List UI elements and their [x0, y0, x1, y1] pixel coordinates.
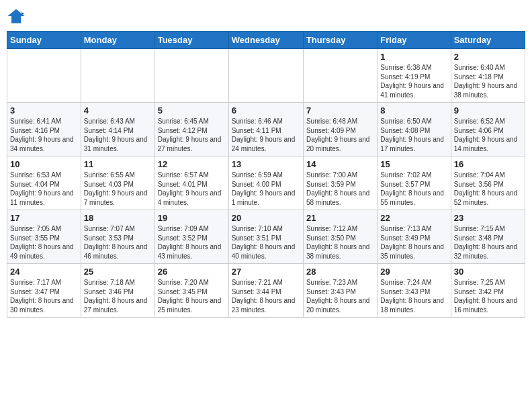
calendar-cell [81, 49, 154, 103]
day-info: Sunrise: 7:07 AM Sunset: 3:53 PM Dayligh… [84, 224, 152, 261]
calendar-cell: 3Sunrise: 6:41 AM Sunset: 4:16 PM Daylig… [7, 103, 81, 156]
day-info: Sunrise: 6:38 AM Sunset: 4:19 PM Dayligh… [380, 63, 447, 99]
calendar-cell: 25Sunrise: 7:18 AM Sunset: 3:46 PM Dayli… [81, 264, 154, 318]
day-number: 16 [454, 159, 522, 169]
day-number: 4 [84, 105, 152, 116]
day-number: 27 [232, 267, 300, 277]
calendar-cell: 11Sunrise: 6:55 AM Sunset: 4:03 PM Dayli… [81, 156, 154, 210]
day-number: 10 [10, 159, 78, 169]
day-info: Sunrise: 6:50 AM Sunset: 4:08 PM Dayligh… [380, 117, 447, 153]
day-info: Sunrise: 7:13 AM Sunset: 3:49 PM Dayligh… [380, 224, 447, 261]
calendar-cell [228, 49, 303, 103]
day-number: 7 [306, 105, 374, 116]
calendar-cell: 10Sunrise: 6:53 AM Sunset: 4:04 PM Dayli… [7, 156, 81, 210]
day-number: 12 [158, 159, 226, 169]
day-info: Sunrise: 7:23 AM Sunset: 3:43 PM Dayligh… [306, 278, 374, 314]
day-number: 24 [10, 267, 78, 277]
calendar-cell: 2Sunrise: 6:40 AM Sunset: 4:18 PM Daylig… [451, 49, 525, 103]
day-info: Sunrise: 6:52 AM Sunset: 4:06 PM Dayligh… [454, 117, 522, 153]
day-info: Sunrise: 6:40 AM Sunset: 4:18 PM Dayligh… [454, 63, 522, 99]
day-number: 30 [454, 267, 522, 277]
calendar-week-3: 10Sunrise: 6:53 AM Sunset: 4:04 PM Dayli… [7, 156, 525, 210]
calendar-cell: 26Sunrise: 7:20 AM Sunset: 3:45 PM Dayli… [154, 264, 228, 318]
calendar-cell: 30Sunrise: 7:25 AM Sunset: 3:42 PM Dayli… [451, 264, 525, 318]
calendar-cell: 13Sunrise: 6:59 AM Sunset: 4:00 PM Dayli… [228, 156, 303, 210]
day-info: Sunrise: 7:24 AM Sunset: 3:43 PM Dayligh… [380, 278, 447, 314]
calendar-cell: 18Sunrise: 7:07 AM Sunset: 3:53 PM Dayli… [81, 210, 154, 264]
day-number: 17 [10, 213, 78, 223]
calendar-cell: 21Sunrise: 7:12 AM Sunset: 3:50 PM Dayli… [303, 210, 377, 264]
day-number: 21 [306, 213, 374, 223]
calendar-cell: 22Sunrise: 7:13 AM Sunset: 3:49 PM Dayli… [378, 210, 451, 264]
day-number: 1 [380, 52, 447, 62]
calendar-table: SundayMondayTuesdayWednesdayThursdayFrid… [7, 31, 525, 318]
day-info: Sunrise: 6:46 AM Sunset: 4:11 PM Dayligh… [232, 117, 300, 153]
calendar-cell: 6Sunrise: 6:46 AM Sunset: 4:11 PM Daylig… [228, 103, 303, 156]
day-number: 2 [454, 52, 522, 62]
logo [7, 7, 28, 26]
day-number: 25 [84, 267, 152, 277]
day-number: 23 [454, 213, 522, 223]
calendar-week-5: 24Sunrise: 7:17 AM Sunset: 3:47 PM Dayli… [7, 264, 525, 318]
calendar-week-4: 17Sunrise: 7:05 AM Sunset: 3:55 PM Dayli… [7, 210, 525, 264]
day-info: Sunrise: 7:00 AM Sunset: 3:59 PM Dayligh… [306, 171, 374, 207]
day-info: Sunrise: 6:53 AM Sunset: 4:04 PM Dayligh… [10, 171, 78, 207]
day-number: 26 [158, 267, 226, 277]
day-info: Sunrise: 7:17 AM Sunset: 3:47 PM Dayligh… [10, 278, 78, 314]
calendar-header-monday: Monday [81, 32, 154, 49]
calendar-cell: 23Sunrise: 7:15 AM Sunset: 3:48 PM Dayli… [451, 210, 525, 264]
calendar-header-thursday: Thursday [303, 32, 377, 49]
day-info: Sunrise: 6:59 AM Sunset: 4:00 PM Dayligh… [232, 171, 300, 207]
calendar-cell: 29Sunrise: 7:24 AM Sunset: 3:43 PM Dayli… [378, 264, 451, 318]
calendar-header-friday: Friday [378, 32, 451, 49]
day-number: 6 [232, 105, 300, 116]
calendar-cell: 27Sunrise: 7:21 AM Sunset: 3:44 PM Dayli… [228, 264, 303, 318]
svg-marker-0 [7, 9, 24, 24]
calendar-header-sunday: Sunday [7, 32, 81, 49]
calendar-cell: 1Sunrise: 6:38 AM Sunset: 4:19 PM Daylig… [378, 49, 451, 103]
day-info: Sunrise: 6:57 AM Sunset: 4:01 PM Dayligh… [158, 171, 226, 207]
calendar-cell [154, 49, 228, 103]
day-number: 3 [10, 105, 78, 116]
day-number: 9 [454, 105, 522, 116]
calendar-cell: 17Sunrise: 7:05 AM Sunset: 3:55 PM Dayli… [7, 210, 81, 264]
day-number: 19 [158, 213, 226, 223]
day-info: Sunrise: 7:09 AM Sunset: 3:52 PM Dayligh… [158, 224, 226, 261]
calendar-cell: 4Sunrise: 6:43 AM Sunset: 4:14 PM Daylig… [81, 103, 154, 156]
calendar-cell: 5Sunrise: 6:45 AM Sunset: 4:12 PM Daylig… [154, 103, 228, 156]
day-info: Sunrise: 7:18 AM Sunset: 3:46 PM Dayligh… [84, 278, 152, 314]
day-number: 20 [232, 213, 300, 223]
calendar-cell: 19Sunrise: 7:09 AM Sunset: 3:52 PM Dayli… [154, 210, 228, 264]
calendar-cell: 20Sunrise: 7:10 AM Sunset: 3:51 PM Dayli… [228, 210, 303, 264]
day-info: Sunrise: 6:41 AM Sunset: 4:16 PM Dayligh… [10, 117, 78, 153]
day-info: Sunrise: 6:43 AM Sunset: 4:14 PM Dayligh… [84, 117, 152, 153]
day-number: 14 [306, 159, 374, 169]
day-info: Sunrise: 7:21 AM Sunset: 3:44 PM Dayligh… [232, 278, 300, 314]
calendar-cell: 9Sunrise: 6:52 AM Sunset: 4:06 PM Daylig… [451, 103, 525, 156]
day-info: Sunrise: 7:05 AM Sunset: 3:55 PM Dayligh… [10, 224, 78, 261]
calendar-header-tuesday: Tuesday [154, 32, 228, 49]
day-number: 22 [380, 213, 447, 223]
calendar-cell: 24Sunrise: 7:17 AM Sunset: 3:47 PM Dayli… [7, 264, 81, 318]
day-info: Sunrise: 7:15 AM Sunset: 3:48 PM Dayligh… [454, 224, 522, 261]
day-info: Sunrise: 7:02 AM Sunset: 3:57 PM Dayligh… [380, 171, 447, 207]
calendar-cell: 15Sunrise: 7:02 AM Sunset: 3:57 PM Dayli… [378, 156, 451, 210]
calendar-week-1: 1Sunrise: 6:38 AM Sunset: 4:19 PM Daylig… [7, 49, 525, 103]
calendar-header-row: SundayMondayTuesdayWednesdayThursdayFrid… [7, 32, 525, 49]
calendar-header-wednesday: Wednesday [228, 32, 303, 49]
calendar-cell: 12Sunrise: 6:57 AM Sunset: 4:01 PM Dayli… [154, 156, 228, 210]
day-number: 11 [84, 159, 152, 169]
calendar-cell: 7Sunrise: 6:48 AM Sunset: 4:09 PM Daylig… [303, 103, 377, 156]
calendar-cell: 16Sunrise: 7:04 AM Sunset: 3:56 PM Dayli… [451, 156, 525, 210]
day-number: 13 [232, 159, 300, 169]
day-info: Sunrise: 6:45 AM Sunset: 4:12 PM Dayligh… [158, 117, 226, 153]
day-number: 28 [306, 267, 374, 277]
day-number: 29 [380, 267, 447, 277]
day-info: Sunrise: 7:20 AM Sunset: 3:45 PM Dayligh… [158, 278, 226, 314]
calendar-cell [7, 49, 81, 103]
calendar-header-saturday: Saturday [451, 32, 525, 49]
calendar-week-2: 3Sunrise: 6:41 AM Sunset: 4:16 PM Daylig… [7, 103, 525, 156]
day-info: Sunrise: 6:48 AM Sunset: 4:09 PM Dayligh… [306, 117, 374, 153]
calendar-cell: 8Sunrise: 6:50 AM Sunset: 4:08 PM Daylig… [378, 103, 451, 156]
page-header [7, 7, 525, 26]
